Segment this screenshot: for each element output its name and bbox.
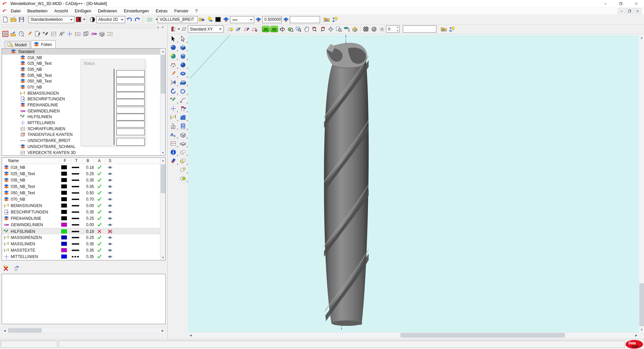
- menu-bearbeiten[interactable]: Bearbeiten: [24, 9, 51, 13]
- menu-ansicht[interactable]: Ansicht: [51, 9, 71, 13]
- status-field[interactable]: [116, 107, 145, 113]
- star-button[interactable]: [378, 25, 386, 33]
- visible-eye-icon[interactable]: [107, 235, 113, 240]
- new-file-button[interactable]: [1, 15, 9, 23]
- box-gray-tool-button[interactable]: [179, 131, 187, 139]
- cube-wire-button[interactable]: [82, 30, 90, 38]
- color-swatch-button[interactable]: [74, 15, 83, 23]
- layer-row-050-nb-text[interactable]: 050_NB_Text0.50: [2, 190, 165, 196]
- linestyle-sample[interactable]: [72, 167, 79, 168]
- viewport-vertical-scrollbar[interactable]: ▲ ▼: [639, 35, 644, 332]
- layer-diamond-button[interactable]: [254, 15, 262, 23]
- layer-row-masstexte[interactable]: MASSTEXTE0.35: [2, 247, 165, 253]
- line-width-field[interactable]: 0.500000: [262, 16, 282, 23]
- visible-eye-icon[interactable]: [107, 164, 113, 170]
- cylinder-blue-tool-button[interactable]: [179, 52, 187, 61]
- tab-modell[interactable]: Modell: [5, 41, 30, 48]
- status-field[interactable]: [116, 138, 145, 146]
- mechanism-tool-button[interactable]: [169, 61, 178, 69]
- open-folder-button[interactable]: [9, 15, 17, 23]
- chevron-down-icon[interactable]: [83, 19, 85, 20]
- workplane-button[interactable]: [169, 25, 177, 33]
- rotate-right-mag-button[interactable]: [319, 25, 327, 33]
- scroll-right-arrow[interactable]: ▶: [634, 333, 639, 338]
- scroll-down-arrow[interactable]: ▼: [639, 327, 644, 332]
- visible-eye-icon[interactable]: [107, 222, 113, 228]
- color-swatch[interactable]: [61, 254, 67, 259]
- scroll-right-arrow[interactable]: ▶: [160, 328, 165, 333]
- panel-grip[interactable]: [1, 26, 156, 28]
- layer-row-bemassungen[interactable]: BEMASSUNGEN0.00: [2, 202, 165, 209]
- visible-eye-icon[interactable]: [107, 203, 113, 208]
- active-check-icon[interactable]: [97, 190, 102, 196]
- color-swatch[interactable]: [61, 235, 67, 240]
- torus-blue-tool-button[interactable]: [179, 69, 187, 78]
- render-box-button[interactable]: [351, 25, 359, 33]
- column-header-t[interactable]: T: [75, 158, 77, 163]
- contrast-button[interactable]: [88, 15, 96, 23]
- slab-gray-tool-button[interactable]: [179, 139, 187, 148]
- color-swatch[interactable]: [61, 229, 67, 234]
- redo-button[interactable]: [133, 15, 141, 23]
- active-check-icon[interactable]: [97, 184, 102, 189]
- color-swatch[interactable]: [61, 216, 67, 220]
- spheres-yellow-tool-button[interactable]: [179, 157, 187, 165]
- menu-extras[interactable]: Extras: [152, 9, 171, 13]
- pencil-orange-button[interactable]: [25, 30, 34, 38]
- visible-eye-icon[interactable]: [107, 241, 113, 247]
- mdi-restore-button[interactable]: [626, 8, 633, 14]
- color-swatch[interactable]: [61, 165, 67, 169]
- linestyle-sample[interactable]: [72, 231, 79, 232]
- plane-bulb-button[interactable]: [226, 25, 234, 33]
- scroll-down-arrow[interactable]: ▼: [160, 150, 166, 155]
- spheres-union-tool-button[interactable]: [179, 148, 187, 157]
- eraser-tool-button[interactable]: [169, 157, 178, 165]
- hand-button[interactable]: [303, 25, 311, 33]
- number-spinner[interactable]: 0 ▲ ▼: [386, 26, 399, 33]
- visible-eye-icon[interactable]: [107, 177, 113, 183]
- active-check-icon[interactable]: [97, 209, 102, 215]
- layer-row-035-nb-text[interactable]: 035_NB_Text0.35: [2, 183, 165, 190]
- panel-text-area[interactable]: [2, 274, 166, 324]
- active-check-icon[interactable]: [97, 171, 102, 177]
- view-2d-button[interactable]: 2D: [262, 26, 270, 32]
- active-check-icon[interactable]: [97, 241, 102, 247]
- folder-users-button[interactable]: [323, 15, 331, 23]
- layer-diamond-button[interactable]: [282, 15, 290, 23]
- layer-row-035-nb[interactable]: 035_NB0.35: [2, 177, 165, 183]
- plane-gray-button[interactable]: [180, 25, 188, 33]
- dots-grid-button[interactable]: [106, 30, 114, 38]
- sphere-shaded-tool-button[interactable]: [169, 52, 178, 61]
- pencil-h-button[interactable]: H: [42, 30, 50, 38]
- scrollbar-thumb[interactable]: [161, 55, 165, 94]
- status-field[interactable]: [116, 70, 145, 77]
- status-field[interactable]: [116, 129, 145, 135]
- tree-item-verdeckte-kanten-3d[interactable]: VERDECKTE KANTEN 3D: [2, 150, 165, 156]
- status-field[interactable]: [116, 85, 145, 92]
- plane-e-button[interactable]: E: [251, 25, 259, 33]
- zoom-page-button[interactable]: [335, 25, 343, 33]
- visible-eye-icon[interactable]: [107, 254, 113, 259]
- cube-blue-tool-button[interactable]: [179, 43, 187, 52]
- viewport-3d[interactable]: [188, 35, 639, 332]
- label-frame-tool-button[interactable]: A: [169, 122, 178, 131]
- tab-folien[interactable]: Folien: [31, 40, 56, 48]
- linestyle-sample[interactable]: [72, 218, 79, 219]
- undo-button[interactable]: [125, 15, 133, 23]
- tree-item-standard[interactable]: Standard: [2, 49, 165, 55]
- active-cross-icon[interactable]: [97, 229, 102, 234]
- layer-row-070-nb[interactable]: 070_NB0.70: [2, 196, 165, 202]
- visible-eye-icon[interactable]: [107, 215, 113, 221]
- bulb-diamond-button[interactable]: [206, 15, 214, 23]
- column-header-name[interactable]: Name: [8, 158, 19, 163]
- menu-fenster[interactable]: Fenster: [171, 9, 192, 13]
- color-swatch[interactable]: [61, 191, 67, 195]
- color-swatch[interactable]: [61, 197, 67, 201]
- spheres-small-tool-button[interactable]: [179, 165, 187, 174]
- column-header-b[interactable]: B: [87, 158, 89, 163]
- workplane-preset-combobox[interactable]: Standard XY: [188, 26, 223, 33]
- rotate-axis-button[interactable]: [278, 25, 286, 33]
- layer-row-freihandlinie[interactable]: FREIHANDLINIE0.25: [2, 215, 165, 221]
- folder-diamond-button[interactable]: [198, 15, 206, 23]
- coordinate-mode-combobox[interactable]: Absolut 2D: [96, 16, 125, 23]
